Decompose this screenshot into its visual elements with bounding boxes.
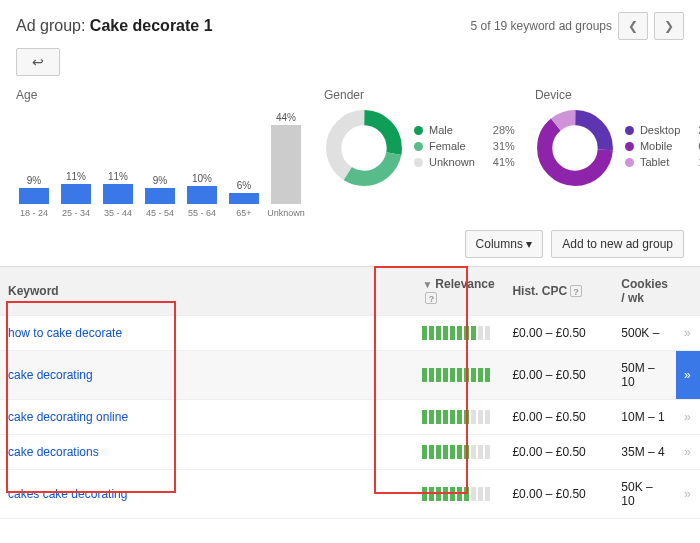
table-row[interactable]: cake decorations£0.00 – £0.5035M – 4» — [0, 435, 700, 470]
cookies-cell: 10M – 1 — [613, 400, 676, 435]
keyword-link[interactable]: cake decorating online — [8, 410, 128, 424]
cookies-cell: 500K – — [613, 316, 676, 351]
relevance-meter — [422, 326, 496, 340]
help-icon[interactable]: ? — [425, 292, 437, 304]
chevron-down-icon: ▾ — [526, 237, 532, 251]
age-bar: 9%45 - 54 — [142, 175, 178, 218]
legend-row: Tablet11% — [625, 156, 700, 168]
cookies-cell: 50K – 10 — [613, 470, 676, 519]
help-icon[interactable]: ? — [570, 285, 582, 297]
age-bar: 9%18 - 24 — [16, 175, 52, 218]
keyword-link[interactable]: how to cake decorate — [8, 326, 122, 340]
row-expand-button[interactable]: » — [676, 470, 700, 519]
columns-button[interactable]: Columns ▾ — [465, 230, 544, 258]
keywords-table: Keyword ▼Relevance? Hist. CPC? Cookies /… — [0, 266, 700, 519]
table-row[interactable]: how to cake decorate£0.00 – £0.50500K –» — [0, 316, 700, 351]
legend-row: Mobile63% — [625, 140, 700, 152]
gender-donut-chart — [324, 108, 404, 188]
age-bar: 10%55 - 64 — [184, 173, 220, 218]
row-expand-button[interactable]: » — [676, 400, 700, 435]
legend-row: Female31% — [414, 140, 515, 152]
gender-legend: Male28%Female31%Unknown41% — [414, 124, 515, 172]
hist-cpc-cell: £0.00 – £0.50 — [504, 316, 613, 351]
row-expand-button[interactable]: » — [676, 316, 700, 351]
col-hist-cpc[interactable]: Hist. CPC? — [504, 267, 613, 316]
row-expand-button[interactable]: » — [676, 435, 700, 470]
age-bar-chart: 9%18 - 2411%25 - 3411%35 - 449%45 - 5410… — [16, 108, 304, 218]
device-legend: Desktop26%Mobile63%Tablet11% — [625, 124, 700, 172]
age-bar: 6%65+ — [226, 180, 262, 218]
back-button[interactable]: ↩ — [16, 48, 60, 76]
next-button[interactable]: ❯ — [654, 12, 684, 40]
row-expand-button[interactable]: » — [676, 351, 700, 400]
device-panel-title: Device — [535, 88, 700, 102]
device-donut-chart — [535, 108, 615, 188]
relevance-meter — [422, 445, 496, 459]
prev-button[interactable]: ❮ — [618, 12, 648, 40]
age-panel-title: Age — [16, 88, 304, 102]
table-row[interactable]: cakes cake decorating£0.00 – £0.5050K – … — [0, 470, 700, 519]
table-row[interactable]: cake decorating online£0.00 – £0.5010M –… — [0, 400, 700, 435]
hist-cpc-cell: £0.00 – £0.50 — [504, 435, 613, 470]
sort-desc-icon: ▼ — [422, 279, 432, 290]
hist-cpc-cell: £0.00 – £0.50 — [504, 351, 613, 400]
gender-panel-title: Gender — [324, 88, 515, 102]
age-bar: 44%Unknown — [268, 112, 304, 218]
pager: 5 of 19 keyword ad groups ❮ ❯ — [471, 12, 684, 40]
legend-row: Male28% — [414, 124, 515, 136]
table-row[interactable]: cake decorating£0.00 – £0.5050M – 10» — [0, 351, 700, 400]
cookies-cell: 35M – 4 — [613, 435, 676, 470]
age-bar: 11%35 - 44 — [100, 171, 136, 218]
hist-cpc-cell: £0.00 – £0.50 — [504, 400, 613, 435]
col-keyword[interactable]: Keyword — [0, 267, 188, 316]
page-title: Ad group: Cake decorate 1 — [16, 17, 213, 35]
keyword-link[interactable]: cakes cake decorating — [8, 487, 127, 501]
pager-text: 5 of 19 keyword ad groups — [471, 19, 612, 33]
cookies-cell: 50M – 10 — [613, 351, 676, 400]
legend-row: Desktop26% — [625, 124, 700, 136]
relevance-meter — [422, 368, 496, 382]
keyword-link[interactable]: cake decorations — [8, 445, 99, 459]
relevance-meter — [422, 410, 496, 424]
relevance-meter — [422, 487, 496, 501]
col-relevance[interactable]: ▼Relevance? — [414, 267, 504, 316]
age-bar: 11%25 - 34 — [58, 171, 94, 218]
col-cookies[interactable]: Cookies / wk — [613, 267, 676, 316]
add-to-group-button[interactable]: Add to new ad group — [551, 230, 684, 258]
legend-row: Unknown41% — [414, 156, 515, 168]
keyword-link[interactable]: cake decorating — [8, 368, 93, 382]
hist-cpc-cell: £0.00 – £0.50 — [504, 470, 613, 519]
